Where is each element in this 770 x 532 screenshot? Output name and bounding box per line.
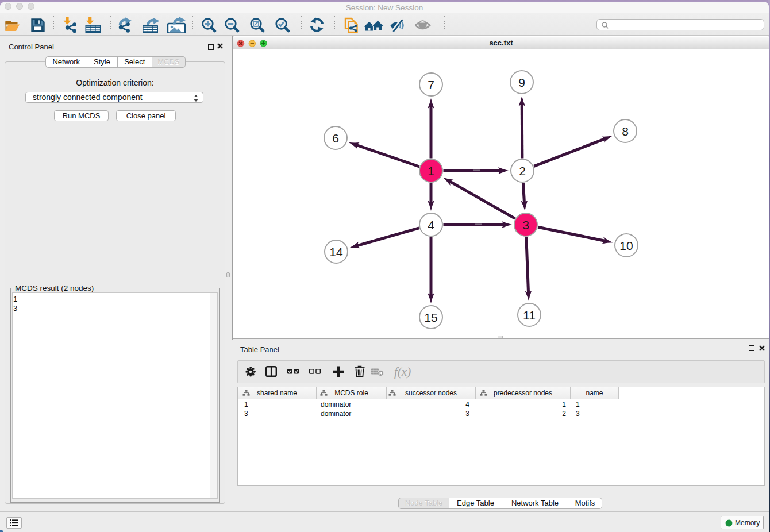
svg-text:8: 8 xyxy=(622,125,629,138)
svg-text:15: 15 xyxy=(424,311,437,324)
svg-text:11: 11 xyxy=(523,309,536,322)
svg-text:2: 2 xyxy=(519,164,526,178)
svg-text:1: 1 xyxy=(428,164,434,178)
svg-text:7: 7 xyxy=(428,78,434,91)
svg-text:6: 6 xyxy=(332,132,339,145)
svg-text:3: 3 xyxy=(522,218,529,232)
svg-text:9: 9 xyxy=(518,76,525,89)
svg-text:4: 4 xyxy=(428,218,434,232)
svg-text:14: 14 xyxy=(329,245,343,259)
svg-text:10: 10 xyxy=(619,239,633,252)
